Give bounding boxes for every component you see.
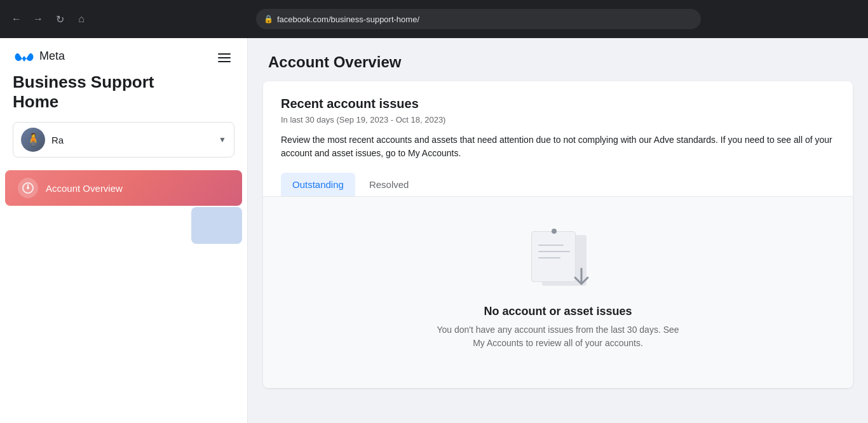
browser-nav-buttons: ← → ↻ ⌂ <box>8 10 90 28</box>
hamburger-line-2 <box>218 57 231 58</box>
meta-logo-icon <box>13 50 36 63</box>
nav-section: Account Overview <box>0 170 247 244</box>
card-title: Recent account issues <box>281 97 835 111</box>
doc-line-1 <box>538 245 564 246</box>
forward-button[interactable]: → <box>29 10 47 28</box>
account-issues-card: Recent account issues In last 30 days (S… <box>263 81 853 388</box>
card-description: Review the most recent accounts and asse… <box>281 133 835 160</box>
main-header: Account Overview <box>248 38 868 81</box>
page-title: Account Overview <box>268 53 848 71</box>
sidebar-title: Business Support Home <box>0 72 247 122</box>
meta-logo-text: Meta <box>39 50 65 63</box>
doc-stack-icon <box>520 229 596 292</box>
lock-icon: 🔒 <box>264 15 273 24</box>
doc-front <box>531 231 576 282</box>
svg-point-2 <box>27 187 29 189</box>
avatar: 🧍 <box>21 128 45 152</box>
address-bar[interactable]: 🔒 facebook.com/business-support-home/ <box>256 9 701 29</box>
browser-chrome: ← → ↻ ⌂ 🔒 facebook.com/business-support-… <box>0 0 868 38</box>
account-overview-icon <box>18 178 38 198</box>
empty-illustration <box>520 229 596 292</box>
hamburger-line-3 <box>218 61 231 62</box>
dropdown-arrow-icon: ▼ <box>219 135 226 144</box>
avatar-icon: 🧍 <box>25 132 41 147</box>
meta-logo: Meta <box>13 50 65 63</box>
doc-pin <box>552 229 557 234</box>
main-content: Account Overview Recent account issues I… <box>248 38 868 423</box>
url-text: facebook.com/business-support-home/ <box>277 15 419 24</box>
doc-line-2 <box>538 251 570 252</box>
download-arrow-icon <box>570 266 593 289</box>
doc-line-3 <box>538 257 560 258</box>
empty-state-description: You don't have any account issues from t… <box>431 323 685 350</box>
sidebar-header: Meta <box>0 38 247 72</box>
account-name: Ra <box>51 135 212 145</box>
page-layout: Meta Business Support Home 🧍 Ra ▼ <box>0 38 868 423</box>
back-button[interactable]: ← <box>8 10 25 28</box>
hamburger-menu-button[interactable] <box>214 50 234 66</box>
card-date-range: In last 30 days (Sep 19, 2023 - Oct 18, … <box>281 115 835 124</box>
hamburger-line-1 <box>218 53 231 55</box>
tab-resolved[interactable]: Resolved <box>358 173 421 196</box>
account-selector[interactable]: 🧍 Ra ▼ <box>13 122 234 158</box>
tabs-row: Outstanding Resolved <box>263 173 853 197</box>
tab-outstanding[interactable]: Outstanding <box>281 173 355 196</box>
sidebar-blue-indicator <box>191 207 242 244</box>
home-button[interactable]: ⌂ <box>72 10 90 28</box>
reload-button[interactable]: ↻ <box>51 10 69 28</box>
account-overview-label: Account Overview <box>46 183 123 194</box>
sidebar-item-account-overview[interactable]: Account Overview <box>5 170 242 206</box>
empty-state-title: No account or asset issues <box>484 305 632 318</box>
sidebar: Meta Business Support Home 🧍 Ra ▼ <box>0 38 248 423</box>
card-top: Recent account issues In last 30 days (S… <box>263 81 853 160</box>
empty-state: No account or asset issues You don't hav… <box>263 197 853 388</box>
